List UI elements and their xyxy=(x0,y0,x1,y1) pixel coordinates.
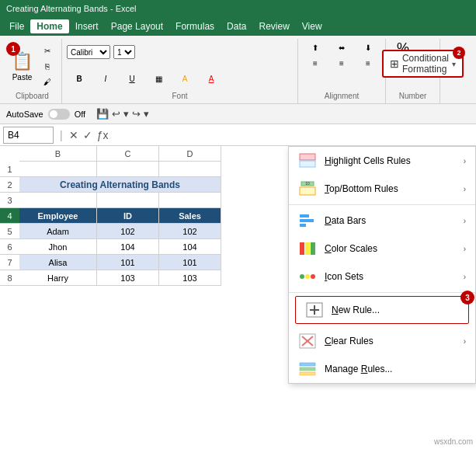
cell-d4-header[interactable]: Sales xyxy=(159,208,221,224)
font-family-select[interactable]: Calibri xyxy=(67,45,110,59)
cell-b3[interactable] xyxy=(19,193,97,208)
alignment-label: Alignment xyxy=(303,92,380,102)
save-icon[interactable]: 💾 xyxy=(96,108,109,120)
row-header-5: 5 xyxy=(0,224,19,239)
align-center-button[interactable]: ≡ xyxy=(329,56,354,70)
fill-color-button[interactable]: A xyxy=(172,71,197,87)
italic-button[interactable]: I xyxy=(93,71,118,87)
svg-rect-7 xyxy=(300,224,306,227)
svg-rect-22 xyxy=(300,372,315,375)
customize-qat-icon[interactable]: ▾ xyxy=(144,108,149,120)
align-bottom-button[interactable]: ⬇ xyxy=(356,40,380,54)
conditional-formatting-button[interactable]: 2 ⊞ Conditional Formatting ▾ xyxy=(382,50,464,78)
format-painter-button[interactable]: 🖌 xyxy=(38,75,57,89)
align-right-button[interactable]: ≡ xyxy=(356,56,380,70)
cell-d7[interactable]: 101 xyxy=(159,255,221,270)
cell-d8[interactable]: 103 xyxy=(159,270,221,286)
underline-icon: U xyxy=(129,75,134,83)
autosave-toggle[interactable] xyxy=(48,109,70,120)
border-button[interactable]: ▦ xyxy=(146,71,171,87)
data-bars-arrow-icon: › xyxy=(464,217,466,225)
dropdown-item-top-bottom[interactable]: 10 Top/Bottom Rules › xyxy=(289,175,475,203)
cancel-formula-icon[interactable]: ✕ xyxy=(69,129,78,141)
formula-icons: ✕ ✓ ƒx xyxy=(69,129,109,141)
font-size-select[interactable]: 11 xyxy=(113,45,135,59)
cell-d5[interactable]: 102 xyxy=(159,224,221,239)
dropdown-item-highlight-cells[interactable]: Highlight Cells Rules › xyxy=(289,147,475,175)
cell-d6[interactable]: 104 xyxy=(159,239,221,255)
cell-b7[interactable]: Alisa xyxy=(19,255,97,270)
ribbon: 📋 Paste ✂ ⎘ 🖌 Clipboard Calibri 11 B xyxy=(0,36,476,104)
svg-rect-6 xyxy=(300,219,314,222)
cell-b5[interactable]: Adam xyxy=(19,224,97,239)
dropdown-item-icon-sets[interactable]: Icon Sets › xyxy=(289,263,475,291)
cell-b6[interactable]: Jhon xyxy=(19,239,97,255)
redo-button[interactable]: ↪ xyxy=(132,108,141,120)
dropdown-item-color-scales[interactable]: Color Scales › xyxy=(289,235,475,263)
row-header-1: 1 xyxy=(0,162,19,177)
menu-data[interactable]: Data xyxy=(221,19,252,33)
manage-rules-icon xyxy=(298,360,317,378)
cell-c4-header[interactable]: ID xyxy=(97,208,159,224)
menu-bar: File Home Insert Page Layout Formulas Da… xyxy=(0,17,476,36)
svg-rect-9 xyxy=(305,242,310,255)
dropdown-item-data-bars[interactable]: Data Bars › xyxy=(289,207,475,235)
cell-b2-title[interactable]: Creating Alternating Bands xyxy=(19,177,221,193)
manage-rules-label: Manage Rules... xyxy=(325,364,466,374)
dropdown-item-clear-rules[interactable]: Clear Rules › xyxy=(289,327,475,355)
app-title: Creating Alternating Bands - Excel xyxy=(6,4,137,13)
align-left-button[interactable]: ≡ xyxy=(303,56,328,70)
highlight-cells-label: Highlight Cells Rules xyxy=(325,155,456,166)
svg-text:10: 10 xyxy=(305,181,310,186)
name-box[interactable] xyxy=(3,127,54,144)
menu-file[interactable]: File xyxy=(3,19,30,33)
toggle-knob xyxy=(50,110,57,118)
cell-c6[interactable]: 104 xyxy=(97,239,159,255)
watermark: wsxdn.com xyxy=(434,437,473,446)
menu-home[interactable]: Home xyxy=(30,19,68,33)
menu-insert[interactable]: Insert xyxy=(69,19,105,33)
font-color-button[interactable]: A xyxy=(199,71,224,87)
divider-2 xyxy=(289,292,475,293)
align-middle-button[interactable]: ⬌ xyxy=(329,40,354,54)
clear-rules-arrow-icon: › xyxy=(464,337,466,346)
title-bar: Creating Alternating Bands - Excel xyxy=(0,0,476,17)
insert-function-icon[interactable]: ƒx xyxy=(97,129,109,141)
icon-sets-arrow-icon: › xyxy=(464,273,466,281)
svg-point-13 xyxy=(311,274,315,279)
cell-c1[interactable] xyxy=(97,162,159,177)
menu-view[interactable]: View xyxy=(296,19,328,33)
cell-b8[interactable]: Harry xyxy=(19,270,97,286)
data-bars-icon xyxy=(298,211,317,230)
menu-formulas[interactable]: Formulas xyxy=(169,19,221,33)
menu-page-layout[interactable]: Page Layout xyxy=(105,19,169,33)
cell-d3[interactable] xyxy=(159,193,221,208)
align-top-button[interactable]: ⬆ xyxy=(303,40,328,54)
formula-input[interactable] xyxy=(111,130,473,141)
cf-dropdown-arrow-icon: ▾ xyxy=(452,60,456,68)
cut-button[interactable]: ✂ xyxy=(38,44,57,57)
ribbon-group-font: Calibri 11 B I U ▦ A A Font xyxy=(62,39,298,103)
dropdown-item-manage-rules[interactable]: Manage Rules... xyxy=(289,355,475,383)
dropdown-item-new-rule[interactable]: New Rule... 3 xyxy=(295,296,469,324)
cell-c5[interactable]: 102 xyxy=(97,224,159,239)
bold-button[interactable]: B xyxy=(67,71,92,87)
cell-c7[interactable]: 101 xyxy=(97,255,159,270)
cell-c3[interactable] xyxy=(97,193,159,208)
highlight-cells-arrow-icon: › xyxy=(464,157,466,165)
cell-d1[interactable] xyxy=(159,162,221,177)
undo-button[interactable]: ↩ xyxy=(112,108,120,120)
cell-c8[interactable]: 103 xyxy=(97,270,159,286)
ribbon-group-alignment: ⬆ ⬌ ⬇ ≡ ≡ ≡ Alignment xyxy=(298,39,386,103)
copy-button[interactable]: ⎘ xyxy=(38,59,57,73)
cell-b4-header[interactable]: Employee xyxy=(19,208,97,224)
scissors-icon: ✂ xyxy=(44,47,50,55)
confirm-formula-icon[interactable]: ✓ xyxy=(83,129,92,141)
menu-review[interactable]: Review xyxy=(252,19,295,33)
undo-dropdown-icon[interactable]: ▾ xyxy=(123,108,129,120)
cf-icon: ⊞ xyxy=(390,57,399,70)
row-header-8: 8 xyxy=(0,270,19,286)
top-bottom-label: Top/Bottom Rules xyxy=(325,183,456,194)
underline-button[interactable]: U xyxy=(120,71,144,87)
cell-b1[interactable] xyxy=(19,162,97,177)
